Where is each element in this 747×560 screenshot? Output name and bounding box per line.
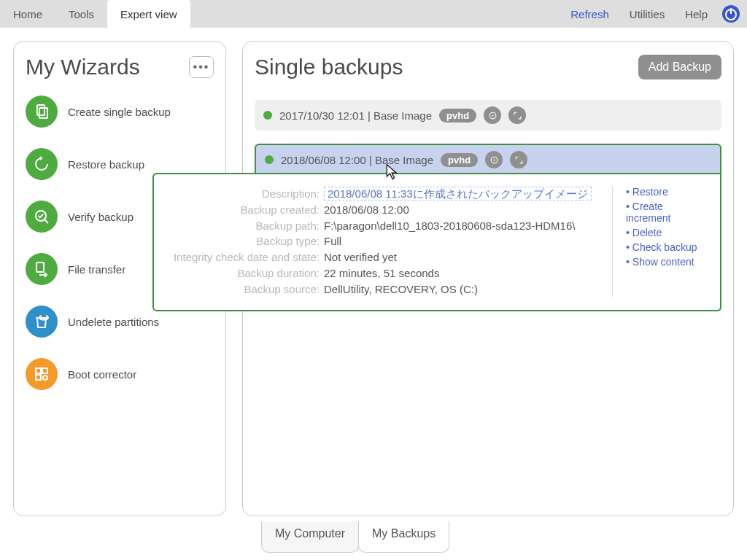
trash-undo-icon [26, 306, 58, 338]
svg-rect-8 [36, 368, 41, 373]
backup-row-selected[interactable]: 2018/06/08 12:00 | Base Image pvhd [255, 144, 721, 174]
power-icon[interactable] [722, 5, 740, 23]
detail-label: Backup source: [167, 281, 324, 298]
detail-value: Not verified yet [324, 249, 397, 265]
svg-rect-9 [42, 368, 47, 373]
wizard-label: Create single backup [68, 106, 171, 118]
detail-label: Backup created: [167, 202, 324, 218]
document-plus-icon [26, 96, 58, 128]
detail-value: F:\paragon\dell10_1803-20180608-sda123-H… [324, 218, 575, 234]
format-badge: pvhd [439, 109, 476, 122]
expand-arrows-icon[interactable] [510, 151, 527, 168]
backup-details: Description: 2018/06/08 11:33に作成されたバックアッ… [152, 173, 721, 311]
detail-value: 22 minutes, 51 seconds [324, 265, 439, 281]
svg-rect-2 [37, 105, 44, 115]
status-dot-icon [265, 155, 274, 164]
backup-row[interactable]: 2017/10/30 12:01 | Base Image pvhd [255, 100, 721, 131]
wizard-create-single-backup[interactable]: Create single backup [26, 96, 214, 128]
bottom-tabs: My Computer My Backups [261, 521, 449, 553]
top-menubar: Home Tools Expert view Refresh Utilities… [0, 0, 747, 28]
wizard-label: Boot corrector [68, 368, 136, 381]
restore-icon [26, 148, 58, 180]
status-dot-icon [263, 111, 272, 120]
utilities-link[interactable]: Utilities [619, 0, 675, 28]
grid-wrench-icon [26, 358, 58, 390]
detail-value: Full [324, 233, 341, 249]
svg-rect-10 [36, 375, 41, 380]
format-badge: pvhd [441, 153, 478, 167]
svg-rect-3 [39, 108, 47, 118]
tab-my-backups[interactable]: My Backups [358, 521, 449, 553]
action-restore[interactable]: Restore [626, 186, 707, 198]
detail-label: Backup type: [167, 233, 324, 249]
backup-details-container: Description: 2018/06/08 11:33に作成されたバックアッ… [255, 173, 721, 311]
more-button[interactable]: ••• [189, 56, 214, 78]
detail-value: DellUtility, RECOVERY, OS (C:) [324, 281, 478, 298]
wizard-label: Verify backup [68, 211, 133, 223]
svg-line-5 [44, 219, 48, 223]
file-transfer-icon [26, 253, 58, 285]
action-delete[interactable]: Delete [626, 227, 707, 238]
detail-label: Description: [167, 186, 324, 202]
page-title: Single backups [255, 55, 403, 79]
add-backup-button[interactable]: Add Backup [638, 55, 721, 79]
description-field[interactable]: 2018/06/08 11:33に作成されたバックアップイメージ [324, 187, 592, 201]
svg-point-11 [43, 376, 47, 380]
tab-home[interactable]: Home [0, 0, 55, 28]
detail-label: Integrity check date and state: [167, 249, 324, 265]
wizard-label: Restore backup [68, 158, 144, 171]
svg-point-13 [492, 114, 493, 116]
backup-row-text: 2018/06/08 12:00 | Base Image [281, 154, 433, 166]
backups-panel: Single backups Add Backup 2017/10/30 12:… [242, 41, 734, 516]
help-link[interactable]: Help [675, 0, 718, 28]
backup-row-text: 2017/10/30 12:01 | Base Image [279, 109, 432, 122]
tab-my-computer[interactable]: My Computer [261, 521, 359, 553]
action-create-increment[interactable]: Create increment [626, 201, 707, 224]
expand-arrows-icon[interactable] [508, 106, 526, 124]
disk-icon[interactable] [484, 106, 501, 124]
detail-label: Backup duration: [167, 265, 324, 281]
action-check-backup[interactable]: Check backup [626, 241, 707, 253]
search-check-icon [26, 201, 58, 233]
disk-icon[interactable] [485, 151, 503, 168]
svg-point-15 [493, 159, 495, 160]
detail-label: Backup path: [167, 218, 324, 234]
tab-tools[interactable]: Tools [55, 0, 107, 28]
wizard-boot-corrector[interactable]: Boot corrector [26, 358, 214, 390]
wizard-label: Undelete partitions [68, 316, 159, 328]
wizard-label: File transfer [68, 263, 125, 276]
refresh-link[interactable]: Refresh [560, 0, 619, 28]
svg-rect-6 [36, 262, 44, 272]
action-show-content[interactable]: Show content [626, 256, 707, 268]
tab-expert-view[interactable]: Expert view [107, 0, 190, 28]
wizards-title: My Wizards [26, 55, 140, 79]
detail-value: 2018/06/08 12:00 [324, 202, 409, 218]
backup-actions: Restore Create increment Delete Check ba… [612, 186, 707, 297]
